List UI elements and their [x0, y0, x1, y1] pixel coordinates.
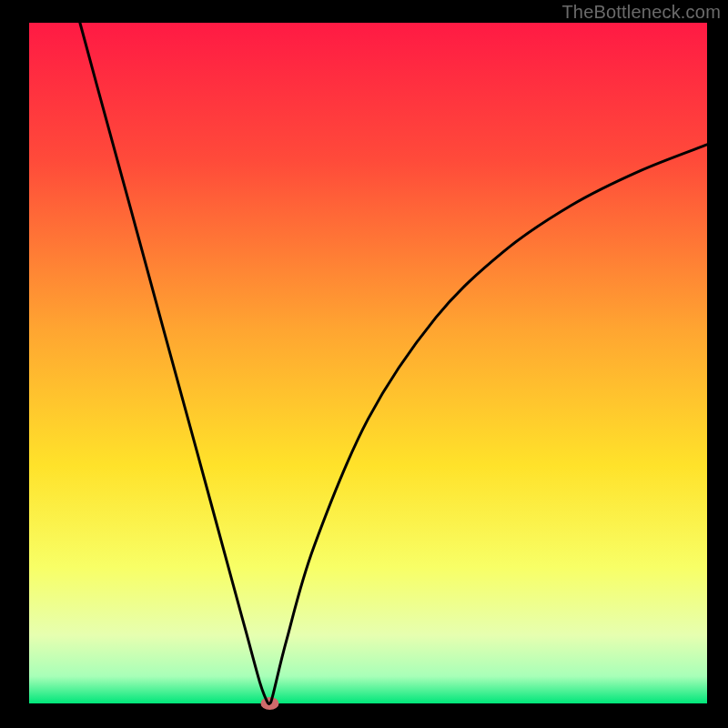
chart-container: TheBottleneck.com — [0, 0, 728, 728]
plot-background — [29, 23, 707, 703]
watermark-text: TheBottleneck.com — [561, 2, 721, 23]
bottleneck-chart — [0, 0, 728, 728]
